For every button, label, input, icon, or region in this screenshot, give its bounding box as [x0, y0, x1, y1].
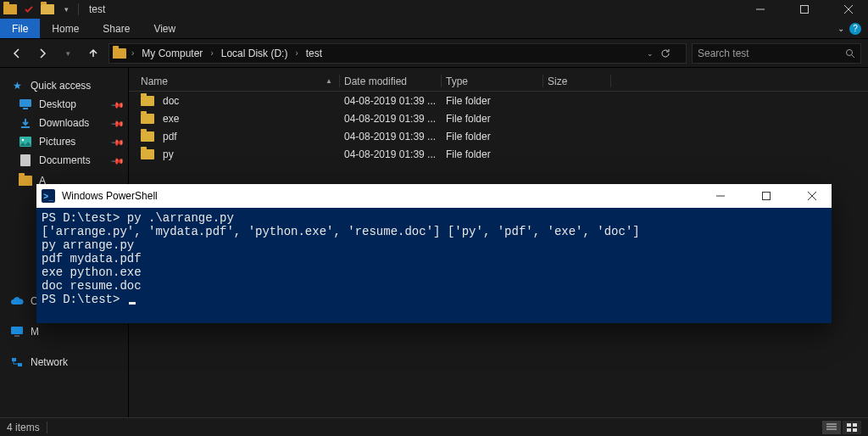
tree-label: Downloads [39, 117, 89, 129]
forward-button[interactable] [32, 43, 53, 64]
chevron-right-icon: › [130, 48, 136, 58]
tree-desktop[interactable]: Desktop 📌 [5, 95, 123, 114]
powershell-console[interactable]: PS D:\test> py .\arrange.py ['arrange.py… [36, 208, 832, 323]
column-type[interactable]: Type [446, 71, 548, 91]
ribbon-collapse-icon[interactable]: ⌄ [837, 24, 844, 33]
cloud-icon [10, 294, 24, 308]
tree-label: Documents [39, 154, 91, 166]
chevron-right-icon: › [209, 48, 214, 58]
svg-rect-7 [14, 335, 19, 337]
file-name: py [163, 148, 174, 160]
recent-locations-button[interactable]: ▾ [58, 43, 78, 64]
tree-label: M [31, 326, 39, 338]
folder-icon [141, 131, 154, 142]
column-size[interactable]: Size [548, 71, 615, 91]
tree-network[interactable]: Network [5, 353, 123, 372]
item-count: 4 items [7, 422, 40, 433]
ribbon-tabs: File Home Share View ⌄ ? [0, 19, 868, 39]
file-type: File folder [446, 131, 548, 143]
tree-pictures[interactable]: Pictures 📌 [5, 132, 123, 151]
up-button[interactable] [83, 43, 103, 64]
network-icon [10, 355, 24, 369]
svg-rect-8 [12, 358, 16, 361]
close-button[interactable] [793, 184, 832, 208]
search-placeholder: Search test [698, 48, 845, 59]
refresh-button[interactable] [660, 48, 679, 59]
tree-label: Network [31, 356, 68, 368]
column-headers[interactable]: Name ▲ Date modified Type Size [129, 71, 868, 92]
address-bar[interactable]: › My Computer › Local Disk (D:) › test ⌄ [108, 43, 687, 64]
table-row[interactable]: doc04-08-2019 01:39 ...File folder [129, 92, 868, 109]
svg-rect-12 [847, 428, 851, 432]
tab-file[interactable]: File [0, 19, 40, 38]
qat-properties-icon[interactable] [22, 3, 36, 16]
powershell-icon: >_ [42, 189, 55, 203]
help-icon[interactable]: ? [849, 23, 861, 35]
file-modified: 04-08-2019 01:39 ... [344, 148, 446, 160]
pin-icon: 📌 [111, 154, 125, 167]
powershell-title-bar[interactable]: >_ Windows PowerShell [36, 184, 832, 208]
file-type: File folder [446, 113, 548, 125]
pin-icon: 📌 [111, 135, 125, 148]
tab-share[interactable]: Share [91, 19, 142, 38]
breadcrumb[interactable]: Local Disk (D:) [219, 48, 291, 59]
chevron-right-icon: › [293, 48, 299, 58]
powershell-title: Windows PowerShell [62, 190, 158, 202]
back-button[interactable] [7, 43, 27, 64]
maximize-button[interactable] [747, 184, 786, 208]
tree-my-computer[interactable]: M [5, 322, 123, 341]
maximize-button[interactable] [785, 0, 824, 19]
tab-home[interactable]: Home [40, 19, 91, 38]
icons-view-button[interactable] [843, 421, 861, 434]
folder-icon [19, 174, 32, 187]
file-type: File folder [446, 148, 548, 160]
pin-icon: 📌 [111, 116, 125, 130]
folder-icon [141, 96, 154, 106]
file-modified: 04-08-2019 01:39 ... [344, 95, 446, 107]
documents-icon [19, 154, 32, 167]
qat-customize-icon[interactable]: ▾ [59, 3, 73, 16]
column-modified[interactable]: Date modified [344, 71, 446, 91]
file-name: doc [163, 95, 179, 107]
svg-rect-2 [19, 99, 31, 107]
window-title: test [89, 3, 105, 15]
table-row[interactable]: pdf04-08-2019 01:39 ...File folder [129, 127, 868, 145]
search-icon [845, 48, 855, 59]
file-modified: 04-08-2019 01:39 ... [344, 131, 446, 143]
explorer-icon [3, 3, 17, 16]
tree-downloads[interactable]: Downloads 📌 [5, 114, 123, 132]
svg-point-1 [847, 49, 853, 55]
qat-newfolder-icon[interactable] [41, 3, 54, 16]
tree-label: Desktop [39, 98, 76, 110]
column-name[interactable]: Name ▲ [141, 71, 344, 91]
breadcrumb[interactable]: test [303, 48, 325, 59]
navigation-bar: ▾ › My Computer › Local Disk (D:) › test… [0, 39, 868, 68]
breadcrumb[interactable]: My Computer [139, 48, 205, 59]
tree-documents[interactable]: Documents 📌 [5, 151, 123, 170]
view-toggle [822, 421, 861, 434]
details-view-button[interactable] [822, 421, 841, 434]
minimize-button[interactable] [701, 184, 740, 208]
table-row[interactable]: exe04-08-2019 01:39 ...File folder [129, 109, 868, 127]
close-button[interactable] [829, 0, 868, 19]
folder-icon [141, 149, 154, 159]
address-dropdown-icon[interactable]: ⌄ [647, 49, 654, 58]
svg-point-5 [22, 139, 25, 142]
tree-quick-access[interactable]: ★ Quick access [5, 76, 123, 95]
svg-rect-11 [853, 423, 857, 427]
table-row[interactable]: py04-08-2019 01:39 ...File folder [129, 145, 868, 163]
minimize-button[interactable] [741, 0, 780, 19]
svg-rect-14 [763, 193, 771, 200]
file-name: exe [163, 113, 179, 125]
folder-icon [141, 114, 154, 124]
download-icon [19, 116, 32, 130]
tab-view[interactable]: View [142, 19, 187, 38]
file-type: File folder [446, 95, 548, 107]
star-icon: ★ [10, 79, 24, 92]
svg-rect-0 [801, 6, 809, 14]
svg-rect-3 [23, 108, 28, 109]
pin-icon: 📌 [111, 98, 125, 111]
svg-rect-6 [11, 327, 23, 334]
tree-label: Pictures [39, 136, 75, 148]
search-input[interactable]: Search test [692, 43, 861, 64]
